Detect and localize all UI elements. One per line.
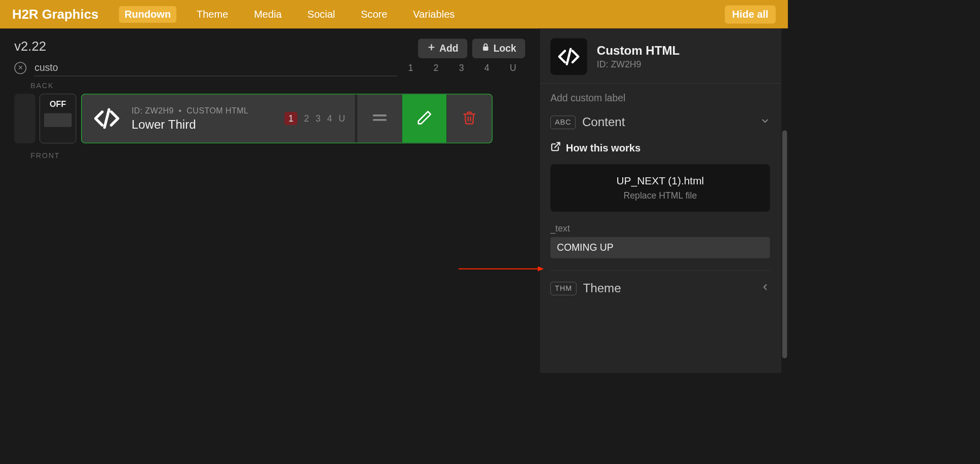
- layer-u[interactable]: U: [338, 113, 345, 124]
- file-sub-label: Replace HTML file: [561, 190, 760, 201]
- chevron-left-icon: [760, 282, 770, 294]
- code-icon: [92, 103, 122, 133]
- section-front-label: FRONT: [30, 151, 525, 160]
- add-button[interactable]: Add: [418, 38, 467, 58]
- how-this-works-label: How this works: [566, 142, 640, 153]
- panel-id: ID: ZW2H9: [597, 59, 680, 70]
- file-name: UP_NEXT (1).html: [561, 175, 760, 187]
- drag-icon: [370, 109, 388, 129]
- layer-2[interactable]: 2: [304, 113, 309, 124]
- theme-accordion-title: Theme: [583, 282, 754, 295]
- scrollbar-track: [781, 28, 788, 373]
- trash-icon: [462, 110, 477, 127]
- custom-label-input[interactable]: Add custom label: [550, 93, 770, 104]
- clear-search-button[interactable]: ✕: [14, 62, 26, 74]
- search-input[interactable]: [34, 59, 397, 76]
- theme-accordion[interactable]: THM Theme: [550, 282, 770, 295]
- drag-handle[interactable]: [357, 95, 402, 143]
- nav-variables[interactable]: Variables: [407, 6, 461, 23]
- rundown-item[interactable]: ID: ZW2H9 • CUSTOM HTML Lower Third 1 2 …: [81, 94, 493, 143]
- off-toggle[interactable]: OFF: [40, 94, 76, 143]
- lock-icon: [481, 43, 491, 54]
- layer-4[interactable]: 4: [327, 113, 332, 124]
- chevron-down-icon: [760, 116, 770, 128]
- content-accordion[interactable]: ABC Content: [550, 115, 770, 129]
- svg-line-3: [104, 109, 109, 127]
- add-button-label: Add: [439, 43, 459, 54]
- layer-header: 1 2 3 4 U: [408, 62, 525, 73]
- lock-button[interactable]: Lock: [472, 38, 525, 58]
- delete-button[interactable]: [447, 95, 492, 143]
- nav-media[interactable]: Media: [248, 6, 287, 23]
- chip-empty[interactable]: [14, 94, 35, 143]
- layer-1-badge[interactable]: 1: [284, 112, 297, 125]
- scrollbar-thumb[interactable]: [782, 130, 787, 358]
- thm-badge: THM: [550, 282, 576, 295]
- properties-panel: Custom HTML ID: ZW2H9 Add custom label A…: [539, 28, 787, 373]
- nav-social[interactable]: Social: [301, 6, 341, 23]
- panel-type-icon: [550, 38, 587, 75]
- layer-badges: 1 2 3 4 U: [284, 112, 345, 125]
- panel-title: Custom HTML: [597, 44, 680, 57]
- layer-3[interactable]: 3: [316, 113, 321, 124]
- how-this-works-link[interactable]: How this works: [550, 141, 770, 154]
- external-link-icon: [550, 141, 561, 154]
- abc-badge: ABC: [550, 115, 576, 129]
- content-accordion-title: Content: [582, 115, 753, 129]
- hide-all-button[interactable]: Hide all: [725, 5, 775, 23]
- plus-icon: [427, 43, 436, 54]
- rundown-item-meta: ID: ZW2H9 • CUSTOM HTML: [132, 106, 275, 115]
- html-file-dropzone[interactable]: UP_NEXT (1).html Replace HTML file: [550, 164, 770, 212]
- svg-rect-2: [483, 47, 488, 51]
- text-field[interactable]: [550, 237, 770, 258]
- section-back-label: BACK: [30, 82, 525, 91]
- nav-theme[interactable]: Theme: [191, 6, 234, 23]
- lock-button-label: Lock: [494, 43, 516, 54]
- edit-button[interactable]: [402, 95, 447, 143]
- main-nav: Rundown Theme Media Social Score Variabl…: [119, 6, 725, 23]
- off-preview: [44, 113, 72, 127]
- nav-rundown[interactable]: Rundown: [119, 6, 176, 23]
- svg-line-9: [555, 143, 560, 148]
- text-field-label: _text: [550, 223, 770, 234]
- svg-line-8: [567, 49, 571, 64]
- annotation-arrow: [459, 265, 544, 273]
- off-label: OFF: [40, 100, 76, 109]
- rundown-item-title: Lower Third: [132, 118, 275, 131]
- close-icon: ✕: [18, 64, 23, 71]
- pencil-icon: [416, 109, 432, 127]
- app-logo: H2R Graphics: [12, 7, 98, 22]
- nav-score[interactable]: Score: [355, 6, 393, 23]
